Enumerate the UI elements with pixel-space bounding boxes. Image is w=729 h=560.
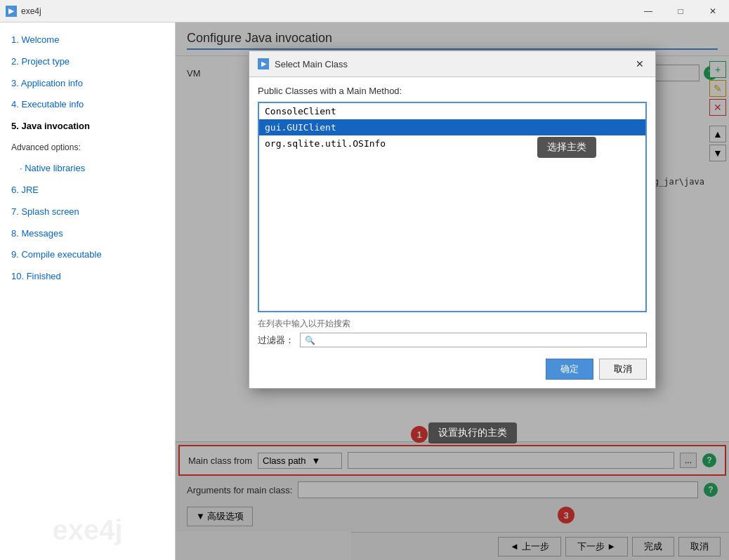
- class-item-gui[interactable]: gui.GUIClient: [259, 119, 645, 135]
- sidebar-item-splash[interactable]: 7. Splash screen: [0, 201, 175, 223]
- app-icon: ▶: [6, 6, 17, 17]
- sidebar-item-messages[interactable]: 8. Messages: [0, 223, 175, 245]
- filter-input-wrap: 🔍: [300, 333, 647, 347]
- filter-label: 过滤器：: [258, 334, 294, 347]
- dialog-icon: ▶: [258, 58, 269, 69]
- filter-search-icon: 🔍: [305, 335, 315, 345]
- window-controls: — □ ✕: [632, 0, 729, 22]
- sidebar-item-native-libs[interactable]: · Native libraries: [0, 158, 175, 180]
- sidebar-item-welcome[interactable]: 1. Welcome: [0, 29, 175, 51]
- dialog-cancel-button[interactable]: 取消: [599, 359, 647, 380]
- sidebar-item-project-type[interactable]: 2. Project type: [0, 51, 175, 73]
- minimize-button[interactable]: —: [632, 0, 664, 22]
- maximize-button[interactable]: □: [664, 0, 697, 22]
- modal-overlay: ▶ Select Main Class ✕ Public Classes wit…: [176, 22, 729, 560]
- sidebar-item-compile[interactable]: 9. Compile executable: [0, 244, 175, 266]
- sidebar-advanced-options: Advanced options:: [0, 138, 175, 158]
- sidebar-item-java-invocation[interactable]: 5. Java invocation: [0, 116, 175, 138]
- dialog-titlebar-left: ▶ Select Main Class: [258, 58, 348, 69]
- sidebar: 1. Welcome 2. Project type 3. Applicatio…: [0, 22, 176, 560]
- sidebar-watermark: exe4j: [0, 514, 175, 546]
- sidebar-item-app-info[interactable]: 3. Application info: [0, 73, 175, 95]
- content-area: Configure Java invocation VM ? + ✎ ✕ ▲ ▼…: [176, 22, 729, 560]
- class-item-console[interactable]: ConsoleClient: [259, 103, 645, 119]
- select-main-class-dialog: ▶ Select Main Class ✕ Public Classes wit…: [249, 51, 656, 389]
- sidebar-item-finished[interactable]: 10. Finished: [0, 266, 175, 288]
- title-bar: ▶ exe4j — □ ✕: [0, 0, 729, 22]
- callout-set-main-class: 设置执行的主类: [428, 422, 517, 444]
- dialog-titlebar: ▶ Select Main Class ✕: [249, 51, 655, 77]
- sidebar-item-jre[interactable]: 6. JRE: [0, 180, 175, 201]
- dialog-title: Select Main Class: [275, 59, 348, 69]
- sidebar-item-exe-info[interactable]: 4. Executable info: [0, 94, 175, 116]
- search-hint: 在列表中输入以开始搜索: [258, 318, 647, 330]
- callout-select-main-class: 选择主类: [537, 137, 596, 158]
- main-layout: 1. Welcome 2. Project type 3. Applicatio…: [0, 22, 729, 560]
- class-list[interactable]: ConsoleClient gui.GUIClient org.sqlite.u…: [258, 102, 647, 312]
- close-button[interactable]: ✕: [697, 0, 729, 22]
- dialog-body: Public Classes with a Main Method: Conso…: [249, 77, 655, 388]
- public-classes-label: Public Classes with a Main Method:: [258, 86, 647, 96]
- dialog-confirm-button[interactable]: 确定: [546, 359, 593, 380]
- app-title: exe4j: [21, 6, 41, 16]
- filter-row: 过滤器： 🔍: [258, 333, 647, 347]
- dialog-close-button[interactable]: ✕: [633, 57, 647, 71]
- dialog-buttons: 确定 取消: [258, 356, 647, 380]
- filter-input[interactable]: [318, 335, 642, 345]
